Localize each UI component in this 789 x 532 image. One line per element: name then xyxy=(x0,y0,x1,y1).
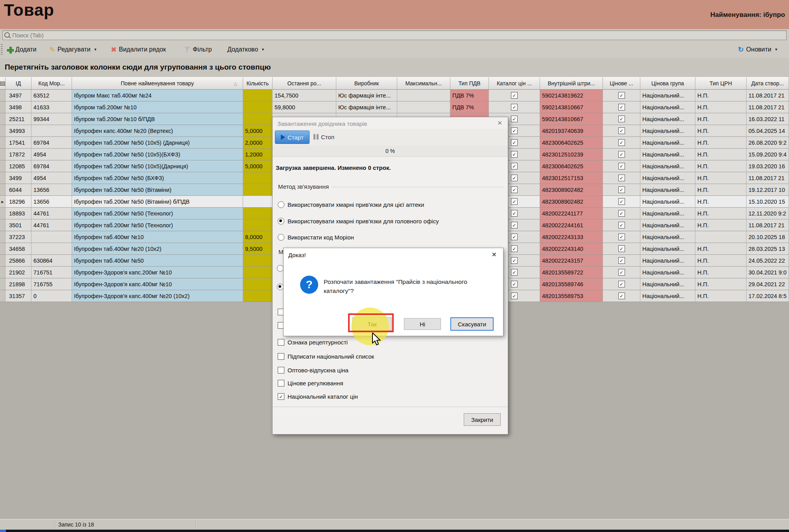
cell-price_group: Національний... xyxy=(640,172,695,184)
cell-id: 3501 xyxy=(6,219,31,231)
table-row[interactable]: 349763512Ібупром Макс таб.400мг №24154,7… xyxy=(0,90,789,101)
cell-crn xyxy=(695,231,747,243)
cell-ind xyxy=(0,267,6,278)
cell-price_flag: ✓ xyxy=(603,208,640,219)
delete-label: Видалити рядок xyxy=(119,46,166,53)
stop-button[interactable]: Стоп xyxy=(313,132,334,142)
delete-row-button[interactable]: ✖ Видалити рядок xyxy=(111,45,166,54)
checkbox-checked-icon: ✓ xyxy=(511,163,518,169)
hidden-radio-selected-fragment[interactable] xyxy=(277,283,284,290)
cell-ind xyxy=(0,243,6,255)
column-header-catalog[interactable]: Каталог цін ... xyxy=(489,77,540,90)
checkbox-checked-icon: ✓ xyxy=(618,234,625,240)
loader-toolbar: Старт Стоп xyxy=(273,129,508,146)
column-header-price_group[interactable]: Цінова група xyxy=(640,77,695,90)
cell-qty xyxy=(243,172,273,184)
cell-barcode: 4820135589746 xyxy=(540,278,603,290)
cell-id: 25211 xyxy=(6,113,31,125)
column-header-max[interactable]: Максимальн... xyxy=(397,77,450,90)
edit-button[interactable]: ✎ Редагувати ▼ xyxy=(50,45,97,54)
column-header-barcode[interactable]: Внутрішній штри... xyxy=(540,77,603,90)
cell-name: Ібупрофен таб.200мг №50 (10х5) (Дарниця) xyxy=(72,137,243,149)
checkbox-checked-icon: ✓ xyxy=(511,139,518,146)
cell-price_flag: ✓ xyxy=(603,231,640,243)
radio-method-this-pharmacy[interactable]: Використовувати хмарні прив'язки для ціє… xyxy=(278,201,424,208)
cell-crn: Н.П. xyxy=(695,125,747,137)
column-header-crn[interactable]: Тип ЦРН xyxy=(695,77,747,90)
column-header-ind[interactable] xyxy=(0,77,6,90)
cell-qty: 5,0000 xyxy=(243,125,273,137)
radio-method-morion-code[interactable]: Використати код Моріон xyxy=(278,234,354,241)
radio-icon xyxy=(278,234,284,241)
cell-qty xyxy=(243,196,273,208)
checkbox-checked-icon: ✓ xyxy=(618,269,625,276)
filter-button[interactable]: Фільтр xyxy=(184,45,212,54)
hidden-radio-fragment[interactable] xyxy=(277,265,284,272)
refresh-icon: ↻ xyxy=(738,45,744,54)
column-header-last[interactable]: Остання ро... xyxy=(273,77,336,90)
cell-barcode: 4820022241177 xyxy=(540,208,603,219)
start-button[interactable]: Старт xyxy=(275,131,310,144)
confirm-message: Розпочати завантаження "Прайсів з націон… xyxy=(324,277,476,296)
add-button[interactable]: Додати xyxy=(7,45,37,54)
column-header-code[interactable]: Код Мор... xyxy=(31,77,72,90)
checkbox-checked-icon: ✓ xyxy=(618,198,625,205)
radio-method-head-office[interactable]: Використовувати хмарні прив'язки для гол… xyxy=(278,218,439,225)
cell-price_group: Національний... xyxy=(640,160,695,172)
column-header-created[interactable]: Дата створ... xyxy=(747,77,789,90)
close-icon[interactable]: ✕ xyxy=(492,251,497,258)
checkbox-prescription-flag[interactable]: Ознака рецептурності xyxy=(278,339,348,346)
column-header-qty[interactable]: Кількість xyxy=(243,77,273,90)
column-header-vat[interactable]: Тип ПДВ xyxy=(450,77,489,90)
search-input[interactable]: Поиск (Tab) xyxy=(2,30,787,40)
cell-barcode: 4820193740639 xyxy=(540,125,603,137)
stop-label: Стоп xyxy=(321,134,334,140)
column-header-name[interactable]: Повне найменування товару△ xyxy=(72,77,243,90)
column-header-price_flag[interactable]: Цінове ... xyxy=(603,77,640,90)
checkbox-label: Цінове регулювання xyxy=(288,380,343,387)
search-placeholder: Поиск (Tab) xyxy=(12,32,44,39)
checkbox-wholesale-price[interactable]: Оптово-відпускна ціна xyxy=(278,367,348,374)
cell-qty: 5,0000 xyxy=(243,160,273,172)
no-button[interactable]: Ні xyxy=(404,318,441,330)
checkbox-national-price-catalog[interactable]: ✓ Національний каталог цін xyxy=(278,393,358,400)
cell-barcode: 4823008902482 xyxy=(540,196,603,208)
column-header-id[interactable]: ІД xyxy=(6,77,31,90)
cell-id: 12085 xyxy=(6,160,31,172)
checkbox-checked-icon: ✓ xyxy=(511,198,518,205)
cell-last: 154,7500 xyxy=(273,90,336,101)
close-icon[interactable]: ✕ xyxy=(497,120,502,127)
checkbox-sign-national-list[interactable]: Підписати національний список xyxy=(278,353,374,360)
cell-id: 18893 xyxy=(6,208,31,219)
checkbox-price-regulation[interactable]: Цінове регулювання xyxy=(278,380,343,387)
cell-qty: 1,2000 xyxy=(243,149,273,160)
cell-name: Ібупрофен-Здоров'я капс.400мг №20 (10х2) xyxy=(72,290,243,302)
cell-crn: Н.П. xyxy=(695,184,747,196)
group-by-band[interactable]: Перетягніть заголовок колонки сюди для у… xyxy=(0,58,789,77)
cell-ind xyxy=(0,113,6,125)
cell-crn: Н.П. xyxy=(695,160,747,172)
cell-id: 21898 xyxy=(6,278,31,290)
checkbox-checked-icon: ✓ xyxy=(511,92,518,99)
more-label: Додатково xyxy=(227,46,258,53)
refresh-button[interactable]: ↻ Оновити ▼ xyxy=(738,45,778,54)
column-header-vendor[interactable]: Виробник xyxy=(336,77,397,90)
cell-crn: Н.П. xyxy=(695,101,747,113)
cell-created: 16.03.2022 11 xyxy=(747,113,789,125)
cell-qty xyxy=(243,219,273,231)
checkbox-checked-icon: ✓ xyxy=(511,257,518,264)
cell-catalog: ✓ xyxy=(489,90,540,101)
plus-icon xyxy=(7,47,13,53)
cell-price_group: Національний... xyxy=(640,101,695,113)
toolbar: Додати ✎ Редагувати ▼ ✖ Видалити рядок Ф… xyxy=(0,41,789,59)
cell-created: 26.08.2020 9:2 xyxy=(747,137,789,149)
hidden-group-label-fragment: М xyxy=(278,249,284,255)
title-bar: Товар Найменування: ібупро xyxy=(0,0,789,29)
table-row[interactable]: 349841633Ібупром таб.200мг №1059,8000Юс … xyxy=(0,101,789,113)
progress-bar: 0 % xyxy=(273,145,508,157)
mouse-cursor xyxy=(372,333,383,348)
close-dialog-button[interactable]: Закрити xyxy=(464,413,501,426)
more-button[interactable]: Додатково ▼ xyxy=(227,45,265,54)
cancel-button[interactable]: Скасувати xyxy=(450,317,494,331)
cell-barcode: 4820022244161 xyxy=(540,219,603,231)
